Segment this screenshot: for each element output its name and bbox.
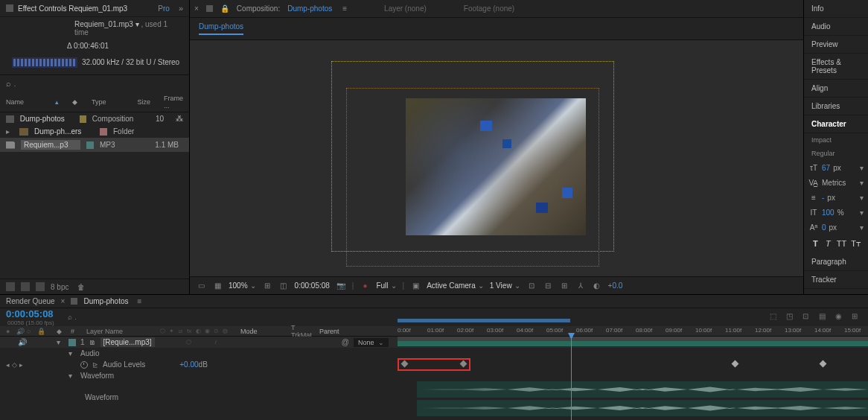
panel-character[interactable]: Character (804, 115, 868, 133)
waveform-group-row[interactable]: ▾Waveform (0, 370, 868, 381)
keyframe-icon[interactable] (732, 360, 739, 368)
ruler-tick[interactable]: 15:00f (844, 327, 861, 334)
panel-effects-presets[interactable]: Effects & Presets (804, 54, 868, 80)
playhead[interactable] (571, 337, 572, 420)
pickwhip-icon[interactable]: @ (342, 338, 349, 346)
graph-icon[interactable]: ⊵ (92, 361, 98, 369)
parent-dropdown[interactable]: None ⌄ (354, 338, 389, 347)
expand-icon[interactable]: ▸ (6, 127, 13, 136)
pixel-aspect-icon[interactable]: ⊡ (526, 281, 537, 291)
timeline-icon[interactable]: ⊞ (559, 281, 569, 291)
transparency-grid-icon[interactable]: ▦ (212, 281, 223, 291)
ruler-tick[interactable]: 05:00f (546, 327, 563, 334)
expand-icon[interactable]: ▾ (68, 372, 76, 380)
reset-exposure-icon[interactable]: ◐ (592, 281, 602, 291)
font-style[interactable]: Regular (804, 147, 868, 160)
project-search[interactable]: ⌕﹒ (0, 74, 189, 92)
chevron-down-icon[interactable]: ▾ (860, 194, 864, 202)
footage-tab[interactable]: Footage (none) (464, 4, 514, 13)
breadcrumb-item[interactable]: Dump-photos (199, 22, 243, 35)
bpc-toggle[interactable]: 8 bpc (51, 283, 68, 291)
kerning-value[interactable]: Metrics (822, 179, 846, 187)
motion-blur-icon[interactable]: ◉ (835, 312, 846, 322)
layer-tab[interactable]: Layer (none) (384, 4, 427, 13)
ruler-tick[interactable]: 14:00f (814, 327, 831, 334)
switch-icon[interactable]: ⬡ (159, 328, 166, 335)
current-time[interactable]: 0:00:05:08 (295, 281, 330, 290)
ruler-tick[interactable]: 06:00f (576, 327, 593, 334)
comp-tab-name[interactable]: Dump-photos (287, 4, 332, 13)
col-parent[interactable]: Parent (319, 328, 371, 335)
ruler-tick[interactable]: 10:00f (695, 327, 712, 334)
trash-icon[interactable]: 🗑 (77, 283, 85, 291)
always-preview-icon[interactable]: ▭ (196, 281, 206, 291)
switch-icon[interactable]: ⧄ (176, 328, 184, 335)
ruler-tick[interactable]: 12:00f (755, 327, 771, 334)
label-color[interactable] (86, 141, 94, 149)
composition-viewer[interactable] (190, 40, 803, 276)
next-keyframe-icon[interactable]: ▸ (19, 361, 23, 369)
stopwatch-icon[interactable] (80, 361, 88, 369)
shy-icon[interactable]: ⊡ (802, 312, 813, 322)
panel-preview[interactable]: Preview (804, 36, 868, 54)
lock-col-icon[interactable]: 🔒 (37, 328, 45, 335)
label-col-icon[interactable]: ◆ (57, 328, 62, 335)
channel-icon[interactable]: ● (360, 281, 370, 291)
render-queue-tab[interactable]: Render Queue (6, 297, 55, 305)
panel-align[interactable]: Align (804, 80, 868, 98)
panel-paragraph[interactable]: Paragraph (804, 253, 868, 271)
chevron-down-icon[interactable]: ▾ (860, 223, 864, 232)
lock-icon[interactable]: 🔒 (220, 4, 229, 13)
ruler-tick[interactable]: 07:00f (606, 327, 622, 334)
audio-levels-value[interactable]: +0.00 (179, 360, 198, 369)
panel-grip-icon[interactable] (6, 4, 13, 12)
switch-icon[interactable]: fx (185, 328, 193, 335)
switch-icon[interactable]: ◍ (221, 328, 229, 335)
label-color[interactable] (68, 339, 76, 346)
tab-menu-icon[interactable]: ≡ (137, 297, 141, 305)
views-dropdown[interactable]: 1 View⌄ (490, 281, 520, 290)
switch-icon[interactable]: ◉ (203, 328, 211, 335)
col-mode[interactable]: Mode (240, 328, 285, 335)
tab-grip-icon[interactable] (71, 298, 77, 305)
ruler-tick[interactable]: 08:00f (636, 327, 652, 334)
switch-icon[interactable]: ◐ (194, 328, 202, 335)
col-name[interactable]: Name (6, 98, 42, 106)
video-col-icon[interactable]: ● (6, 328, 13, 335)
allcaps-icon[interactable]: TT (837, 239, 846, 249)
add-keyframe-icon[interactable]: ◇ (12, 361, 17, 369)
camera-dropdown[interactable]: Active Camera⌄ (427, 281, 484, 290)
time-ruler[interactable]: 0:00f01:00f02:00f03:00f04:00f05:00f06:00… (395, 326, 868, 336)
smallcaps-icon[interactable]: Tᴛ (851, 239, 861, 249)
new-comp-icon[interactable] (36, 282, 45, 291)
layer-row-audio[interactable]: 🔊 ▾ 1 🗎 [Requie...mp3] ⬡/ @ None ⌄ (0, 337, 868, 348)
panel-info[interactable]: Info (804, 0, 868, 18)
audio-group-row[interactable]: ▾Audio (0, 348, 868, 359)
prev-keyframe-icon[interactable]: ◂ (6, 361, 10, 369)
comp-mini-flowchart-icon[interactable]: ⬚ (770, 312, 780, 322)
preview-range[interactable] (398, 319, 570, 322)
project-item-audio[interactable]: Requiem...p3 MP3 1.1 MB (0, 138, 189, 152)
timecode-display[interactable]: 0:00:05:08 00058 (15.00 fps) (6, 308, 54, 326)
label-color[interactable] (100, 128, 107, 136)
panel-audio[interactable]: Audio (804, 18, 868, 36)
source-filename[interactable]: Requiem_01.mp3 ▾ (74, 20, 139, 28)
col-frame[interactable]: Frame ... (164, 95, 183, 109)
close-tab-icon[interactable]: × (61, 297, 66, 305)
project-item-comp[interactable]: Dump-photos Composition 10 ⁂ (0, 112, 189, 125)
audio-enabled-icon[interactable]: 🔊 (18, 338, 27, 346)
font-size-value[interactable]: 67 (822, 164, 830, 172)
roi-icon[interactable]: ◫ (278, 281, 289, 291)
fast-preview-icon[interactable]: ⊟ (543, 281, 553, 291)
flowchart-icon[interactable]: ⅄ (575, 281, 586, 291)
zoom-dropdown[interactable]: 100%⌄ (229, 281, 256, 290)
resolution-icon[interactable]: ⊞ (262, 281, 272, 291)
chevron-down-icon[interactable]: ▾ (860, 179, 864, 187)
draft3d-icon[interactable]: ◳ (786, 312, 797, 322)
col-layer-name[interactable]: Layer Name (86, 328, 123, 335)
ruler-tick[interactable]: 03:00f (487, 327, 503, 334)
ruler-tick[interactable]: 13:00f (785, 327, 801, 334)
label-color[interactable] (80, 115, 86, 123)
italic-icon[interactable]: T (824, 239, 832, 249)
audio-levels-row[interactable]: ◂◇▸ ⊵ Audio Levels +0.00dB (0, 359, 868, 370)
